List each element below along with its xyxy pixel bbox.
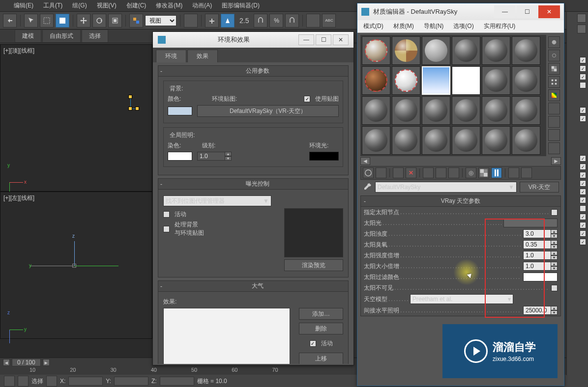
sample-slot-4[interactable] (452, 36, 480, 65)
panel-tab-icon[interactable] (577, 14, 586, 23)
panel-checkbox[interactable]: ✓ (580, 57, 586, 63)
eyedropper-icon[interactable] (362, 182, 372, 192)
panel-checkbox[interactable]: ✓ (580, 239, 586, 245)
sample-slot-23[interactable] (482, 126, 510, 155)
sample-slot-5[interactable] (482, 36, 510, 65)
sun-invisible-checkbox[interactable] (551, 285, 558, 291)
ref-coord-dropdown[interactable]: 视图 (145, 15, 176, 26)
backlight-button[interactable] (548, 50, 560, 61)
coord-x-input[interactable] (68, 377, 103, 386)
snap-a-button[interactable] (254, 14, 267, 28)
ref-coord-button[interactable] (129, 14, 143, 28)
material-name-dropdown[interactable]: DefaultVRaySky▼ (375, 182, 517, 193)
add-effect-button[interactable]: 添加… (299, 308, 343, 320)
sample-scroll-left[interactable]: ◄ (360, 157, 370, 165)
env-titlebar[interactable]: 环境和效果 — ☐ ✕ (153, 32, 353, 48)
menu-view[interactable]: 视图(V) (93, 0, 120, 11)
sun-ozone-spinner[interactable]: ▲▼ (523, 240, 558, 249)
sample-slot-11[interactable] (482, 66, 510, 95)
sample-slot-21[interactable] (422, 126, 450, 155)
timeslider-prev[interactable]: ◄ (3, 359, 10, 366)
select-arrow-button[interactable] (24, 14, 38, 28)
go-parent-button[interactable] (508, 167, 519, 178)
go-forward-button[interactable] (521, 167, 532, 178)
viewport-left[interactable]: [+][左][线框] z y z y (0, 192, 152, 339)
panel-checkbox[interactable]: ✓ (580, 189, 586, 195)
delete-effect-button[interactable]: 删除 (299, 323, 343, 334)
rotate-button[interactable] (92, 14, 106, 28)
viewport-top[interactable]: [+][顶][线框] y x (0, 44, 152, 192)
mat-minimize-button[interactable]: — (494, 5, 516, 18)
menu-create[interactable]: 创建(C) (122, 0, 150, 11)
sample-slot-24[interactable] (512, 126, 540, 155)
show-end-result-button[interactable] (491, 167, 502, 178)
sample-slot-16[interactable] (452, 96, 480, 125)
sample-slot-13[interactable] (362, 96, 390, 125)
select-window-button[interactable] (56, 14, 69, 28)
tint-swatch[interactable] (168, 152, 192, 161)
options-button[interactable] (548, 116, 560, 128)
panel-checkbox[interactable]: ✓ (580, 197, 586, 203)
pivot-button[interactable] (184, 14, 198, 28)
panel-checkbox[interactable] (580, 205, 586, 212)
get-material-button[interactable] (363, 167, 374, 178)
rollout-common-header[interactable]: - 公用参数 (158, 66, 348, 77)
env-close-button[interactable]: ✕ (333, 34, 349, 45)
panel-checkbox[interactable]: ✓ (580, 164, 586, 170)
bg-color-swatch[interactable] (168, 107, 192, 115)
lock-selection-icon[interactable] (4, 376, 15, 387)
mat-titlebar[interactable]: 材质编辑器 - DefaultVRaySky — ☐ ✕ (357, 3, 564, 20)
move-button[interactable] (77, 14, 90, 28)
menu-edit[interactable]: 编辑(E) (10, 0, 37, 11)
show-in-vp-button[interactable] (478, 167, 489, 178)
sample-slot-1[interactable] (362, 36, 390, 65)
video-check-button[interactable] (548, 89, 560, 101)
snap-b-button[interactable] (285, 14, 299, 28)
select-by-mat-button[interactable] (548, 129, 560, 141)
panel-checkbox[interactable]: ✓ (580, 214, 586, 220)
moveup-button[interactable]: 上移 (299, 353, 343, 364)
level-input[interactable] (197, 152, 225, 161)
mat-menu-util[interactable]: 实用程序(U) (481, 21, 519, 31)
panel-checkbox[interactable]: ✓ (580, 155, 586, 162)
sample-slot-20[interactable] (392, 126, 420, 155)
sample-slot-15[interactable] (422, 96, 450, 125)
env-minimize-button[interactable]: — (298, 34, 314, 45)
coord-y-input[interactable] (114, 377, 148, 386)
menu-grapheditor[interactable]: 图形编辑器(D) (218, 0, 264, 11)
scale-button[interactable] (108, 14, 122, 28)
rollout-vraysky-header[interactable]: - VRay 天空参数 (361, 196, 560, 207)
coord-z-input[interactable] (160, 377, 194, 386)
rollout-atmos-header[interactable]: - 大气 (158, 281, 348, 292)
sample-type-button[interactable] (548, 36, 560, 48)
panel-checkbox[interactable] (580, 82, 586, 88)
env-maximize-button[interactable]: ☐ (316, 34, 331, 45)
sample-slot-9-selected[interactable] (422, 66, 450, 95)
make-copy-button[interactable] (423, 167, 434, 178)
sample-slot-12[interactable] (512, 66, 540, 95)
effect-active-checkbox[interactable]: ✓ (310, 340, 316, 347)
menu-anim[interactable]: 动画(A) (188, 0, 216, 11)
select-region-button[interactable] (40, 14, 54, 28)
named-sel-button[interactable] (306, 14, 320, 28)
menu-tools[interactable]: 工具(T) (39, 0, 66, 11)
make-unique-button[interactable] (436, 167, 446, 178)
sample-scroll-right[interactable]: ► (551, 157, 561, 165)
panel-checkbox[interactable]: ✓ (580, 230, 586, 237)
panel-checkbox[interactable]: ✓ (580, 172, 586, 178)
sample-slot-19[interactable] (362, 126, 390, 155)
sample-slot-6[interactable] (512, 36, 540, 65)
frame-indicator[interactable]: 0 / 100 (12, 359, 41, 366)
sample-slot-8[interactable] (392, 66, 420, 95)
viewport-left-label[interactable]: [+][左][线框] (3, 194, 34, 202)
usemap-checkbox[interactable]: ✓ (304, 96, 310, 102)
env-tab-effects[interactable]: 效果 (187, 50, 218, 62)
mat-menu-mode[interactable]: 模式(D) (360, 21, 386, 31)
panel-checkbox[interactable]: ✓ (580, 180, 586, 187)
tab-freeform[interactable]: 自由形式 (42, 29, 81, 43)
sun-filter-swatch[interactable] (523, 273, 558, 281)
abc-button[interactable]: ABC (322, 14, 336, 28)
put-to-scene-button[interactable] (376, 167, 386, 178)
panel-tab-icon[interactable] (577, 25, 586, 33)
mat-maximize-button[interactable]: ☐ (516, 5, 538, 18)
